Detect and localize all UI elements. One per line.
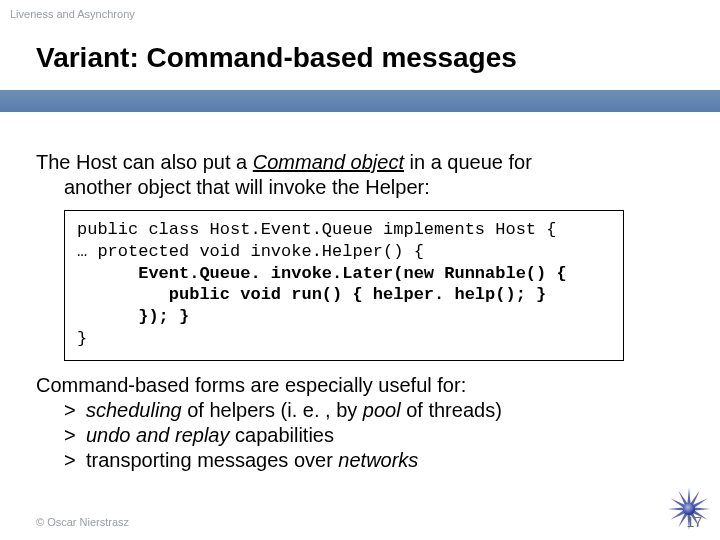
code-line-1: public class Host.Event.Queue implements… bbox=[77, 220, 556, 239]
intro-text-post: in a queue for bbox=[404, 151, 532, 173]
svg-marker-10 bbox=[670, 497, 690, 511]
bullet-text: undo and replay capabilities bbox=[86, 423, 334, 448]
bullet-italic-2: pool bbox=[363, 399, 401, 421]
code-line-3: Event.Queue. invoke.Later(new Runnable()… bbox=[77, 264, 567, 283]
bullet-list: > scheduling of helpers (i. e. , by pool… bbox=[64, 398, 684, 473]
bullet-mid: transporting messages over bbox=[86, 449, 338, 471]
bullet-post: of threads) bbox=[401, 399, 502, 421]
outro-text: Command-based forms are especially usefu… bbox=[36, 373, 684, 398]
bullet-item: > transporting messages over networks bbox=[64, 448, 684, 473]
code-block: public class Host.Event.Queue implements… bbox=[64, 210, 624, 361]
svg-marker-1 bbox=[687, 490, 701, 510]
bullet-mid: of helpers (i. e. , by bbox=[182, 399, 363, 421]
bullet-italic: scheduling bbox=[86, 399, 182, 421]
bullet-italic: undo and replay bbox=[86, 424, 229, 446]
svg-marker-11 bbox=[677, 490, 691, 510]
slide: Liveness and Asynchrony Variant: Command… bbox=[0, 0, 720, 540]
intro-text-line2: another object that will invoke the Help… bbox=[64, 175, 684, 200]
svg-marker-2 bbox=[688, 497, 708, 511]
bullet-marker: > bbox=[64, 448, 86, 473]
bullet-text: transporting messages over networks bbox=[86, 448, 418, 473]
footer-copyright: © Oscar Nierstrasz bbox=[36, 516, 129, 528]
page-number: 17 bbox=[686, 514, 702, 530]
intro-command-object: Command object bbox=[253, 151, 404, 173]
svg-marker-0 bbox=[687, 488, 691, 509]
intro-paragraph: The Host can also put a Command object i… bbox=[36, 150, 684, 200]
bullet-marker: > bbox=[64, 423, 86, 448]
slide-topic: Liveness and Asynchrony bbox=[10, 8, 135, 20]
bullet-marker: > bbox=[64, 398, 86, 423]
bullet-item: > scheduling of helpers (i. e. , by pool… bbox=[64, 398, 684, 423]
bullet-italic: networks bbox=[338, 449, 418, 471]
svg-marker-9 bbox=[668, 507, 689, 511]
slide-body: The Host can also put a Command object i… bbox=[36, 150, 684, 473]
code-line-5: }); } bbox=[77, 307, 189, 326]
slide-title: Variant: Command-based messages bbox=[36, 42, 517, 74]
code-line-2: … protected void invoke.Helper() { bbox=[77, 242, 424, 261]
code-line-6: } bbox=[77, 329, 87, 348]
bullet-mid: capabilities bbox=[229, 424, 334, 446]
svg-marker-3 bbox=[689, 507, 710, 511]
bullet-text: scheduling of helpers (i. e. , by pool o… bbox=[86, 398, 502, 423]
title-underline-band bbox=[0, 90, 720, 112]
intro-text-pre: The Host can also put a bbox=[36, 151, 253, 173]
bullet-item: > undo and replay capabilities bbox=[64, 423, 684, 448]
code-line-4: public void run() { helper. help(); } bbox=[77, 285, 546, 304]
